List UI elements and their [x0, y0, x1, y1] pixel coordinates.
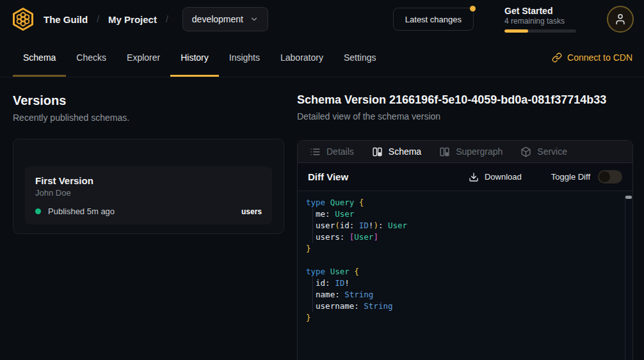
version-title: First Version: [35, 175, 262, 186]
guild-logo-icon[interactable]: [10, 6, 36, 32]
diff-view-title: Diff View: [308, 171, 348, 182]
schema-code-viewer[interactable]: type Query { me: User user(id: ID!): Use…: [298, 191, 632, 360]
target-selector-value: development: [192, 14, 243, 24]
latest-changes-label: Latest changes: [405, 15, 462, 24]
toggle-diff-label: Toggle Diff: [551, 172, 590, 182]
project-nav: Schema Checks Explorer History Insights …: [0, 38, 644, 77]
version-list-item[interactable]: First Version John Doe Published 5m ago …: [25, 166, 272, 224]
columns-icon: [372, 146, 383, 157]
tab-service-label: Service: [537, 146, 567, 157]
toggle-knob: [599, 171, 610, 182]
version-author: John Doe: [35, 188, 262, 198]
nav-tab-checks[interactable]: Checks: [66, 38, 117, 77]
version-detail-panel: Schema Version 2166196f-5e10-4059-bd0a-0…: [297, 77, 644, 360]
progress-fill: [504, 29, 528, 33]
project-breadcrumb[interactable]: My Project: [108, 14, 157, 25]
list-icon: [310, 146, 321, 157]
tab-supergraph-label: Supergraph: [456, 146, 503, 157]
get-started-subtitle: 4 remaining tasks: [504, 17, 576, 26]
tab-service[interactable]: Service: [520, 146, 567, 157]
download-button[interactable]: Download: [469, 172, 522, 182]
nav-tab-insights[interactable]: Insights: [219, 38, 270, 77]
version-status: Published 5m ago: [48, 207, 115, 216]
versions-panel: Versions Recently published schemas. Fir…: [0, 77, 297, 360]
toggle-diff-switch[interactable]: [598, 170, 622, 184]
code-block: type Query { me: User user(id: ID!): Use…: [306, 197, 617, 324]
service-badge: users: [241, 207, 262, 216]
get-started-progress: [504, 29, 576, 33]
published-status-dot: [35, 208, 41, 214]
diff-actions: Download Toggle Diff: [469, 170, 622, 184]
link-icon: [552, 52, 562, 63]
scrollbar-thumb[interactable]: [625, 196, 632, 199]
breadcrumb-separator: /: [97, 14, 99, 24]
tab-schema-label: Schema: [389, 146, 421, 157]
user-avatar[interactable]: [607, 6, 634, 33]
download-icon: [469, 172, 479, 182]
nav-tab-history[interactable]: History: [170, 38, 219, 77]
user-icon: [614, 13, 627, 26]
target-selector[interactable]: development: [182, 7, 268, 31]
scrollbar-track: [625, 196, 625, 360]
box-icon: [520, 146, 531, 157]
tab-supergraph[interactable]: Supergraph: [439, 146, 503, 157]
latest-changes-button[interactable]: Latest changes: [393, 8, 474, 31]
versions-title: Versions: [13, 93, 284, 108]
connect-to-cdn-link[interactable]: Connect to CDN: [540, 38, 644, 77]
nav-tab-settings[interactable]: Settings: [334, 38, 387, 77]
tab-schema[interactable]: Schema: [372, 146, 421, 157]
org-breadcrumb[interactable]: The Guild: [44, 14, 88, 25]
diff-view-header: Diff View Download Toggle Diff: [298, 163, 632, 191]
get-started-title: Get Started: [504, 6, 576, 16]
tab-details-label: Details: [326, 146, 354, 157]
version-meta-row: Published 5m ago users: [35, 207, 262, 216]
connect-to-cdn-label: Connect to CDN: [567, 52, 632, 63]
main-content: Versions Recently published schemas. Fir…: [0, 77, 644, 360]
header-actions: Latest changes Get Started 4 remaining t…: [393, 6, 634, 33]
download-label: Download: [485, 172, 522, 182]
tab-details[interactable]: Details: [310, 146, 354, 157]
detail-tab-bar: Details Schema Supergr: [298, 141, 632, 163]
chevron-down-icon: [250, 15, 259, 24]
get-started-widget[interactable]: Get Started 4 remaining tasks: [504, 6, 576, 33]
columns-icon: [439, 146, 450, 157]
schema-detail-box: Details Schema Supergr: [297, 140, 633, 360]
nav-tab-explorer[interactable]: Explorer: [117, 38, 170, 77]
notification-dot: [470, 6, 476, 12]
versions-list-card: First Version John Doe Published 5m ago …: [13, 139, 284, 234]
nav-tab-schema[interactable]: Schema: [13, 38, 66, 77]
schema-version-subtitle: Detailed view of the schema version: [297, 111, 633, 121]
schema-version-title: Schema Version 2166196f-5e10-4059-bd0a-0…: [297, 93, 633, 107]
top-header: The Guild / My Project / development Lat…: [0, 0, 644, 38]
breadcrumb-separator: /: [166, 14, 168, 24]
versions-subtitle: Recently published schemas.: [13, 113, 284, 123]
nav-tab-laboratory[interactable]: Laboratory: [270, 38, 334, 77]
